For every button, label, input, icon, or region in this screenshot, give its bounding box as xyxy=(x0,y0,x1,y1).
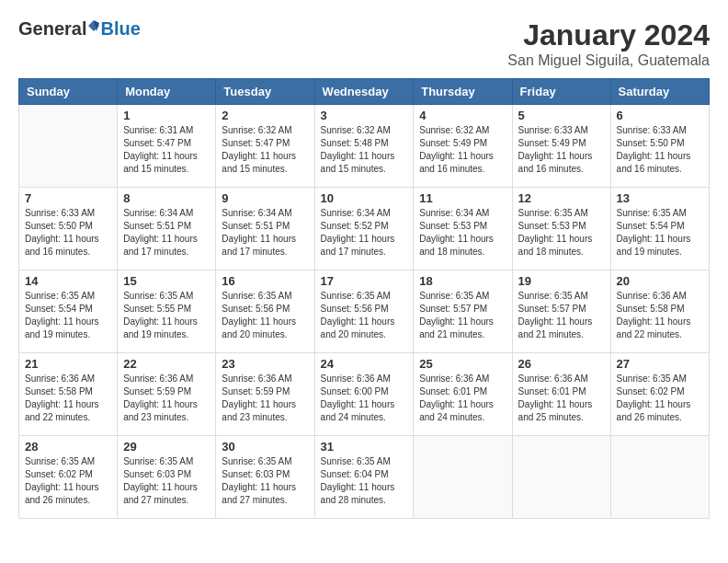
calendar-cell xyxy=(512,436,610,519)
logo-icon xyxy=(87,19,100,32)
day-number: 26 xyxy=(518,357,605,371)
day-info: Sunrise: 6:35 AMSunset: 6:04 PMDaylight:… xyxy=(321,455,408,507)
calendar-cell: 11Sunrise: 6:34 AMSunset: 5:53 PMDayligh… xyxy=(414,188,512,270)
calendar-cell: 15Sunrise: 6:35 AMSunset: 5:55 PMDayligh… xyxy=(118,270,216,353)
day-info: Sunrise: 6:35 AMSunset: 5:57 PMDaylight:… xyxy=(419,290,506,341)
calendar-cell: 22Sunrise: 6:36 AMSunset: 5:59 PMDayligh… xyxy=(118,353,216,436)
calendar-table: SundayMondayTuesdayWednesdayThursdayFrid… xyxy=(18,78,710,519)
calendar-cell: 14Sunrise: 6:35 AMSunset: 5:54 PMDayligh… xyxy=(19,270,118,353)
calendar-cell: 8Sunrise: 6:34 AMSunset: 5:51 PMDaylight… xyxy=(118,188,216,270)
day-number: 16 xyxy=(222,274,308,288)
day-info: Sunrise: 6:32 AMSunset: 5:48 PMDaylight:… xyxy=(321,124,408,176)
calendar-cell: 21Sunrise: 6:36 AMSunset: 5:58 PMDayligh… xyxy=(19,353,118,436)
calendar-cell: 31Sunrise: 6:35 AMSunset: 6:04 PMDayligh… xyxy=(314,436,414,519)
day-number: 28 xyxy=(25,440,111,454)
day-number: 13 xyxy=(617,191,703,205)
calendar-cell: 2Sunrise: 6:32 AMSunset: 5:47 PMDaylight… xyxy=(216,105,314,188)
day-number: 11 xyxy=(419,191,506,205)
calendar-header-row: SundayMondayTuesdayWednesdayThursdayFrid… xyxy=(19,79,710,105)
week-row-2: 7Sunrise: 6:33 AMSunset: 5:50 PMDaylight… xyxy=(19,188,710,270)
day-info: Sunrise: 6:35 AMSunset: 5:56 PMDaylight:… xyxy=(321,290,408,341)
day-info: Sunrise: 6:35 AMSunset: 5:54 PMDaylight:… xyxy=(25,290,111,341)
day-info: Sunrise: 6:35 AMSunset: 5:53 PMDaylight:… xyxy=(518,207,605,259)
day-number: 21 xyxy=(25,357,111,371)
calendar-cell xyxy=(414,436,512,519)
calendar-cell: 19Sunrise: 6:35 AMSunset: 5:57 PMDayligh… xyxy=(512,270,610,353)
day-info: Sunrise: 6:36 AMSunset: 6:01 PMDaylight:… xyxy=(518,373,605,424)
day-info: Sunrise: 6:36 AMSunset: 5:58 PMDaylight:… xyxy=(25,373,111,424)
day-info: Sunrise: 6:36 AMSunset: 5:58 PMDaylight:… xyxy=(617,290,703,341)
day-info: Sunrise: 6:33 AMSunset: 5:50 PMDaylight:… xyxy=(25,207,111,259)
day-info: Sunrise: 6:34 AMSunset: 5:53 PMDaylight:… xyxy=(419,207,506,259)
logo-general-text: General xyxy=(18,18,86,40)
week-row-5: 28Sunrise: 6:35 AMSunset: 6:02 PMDayligh… xyxy=(19,436,710,519)
day-info: Sunrise: 6:35 AMSunset: 6:03 PMDaylight:… xyxy=(123,455,210,507)
column-header-monday: Monday xyxy=(118,79,216,105)
day-number: 9 xyxy=(222,191,308,205)
day-number: 29 xyxy=(123,440,210,454)
calendar-cell: 26Sunrise: 6:36 AMSunset: 6:01 PMDayligh… xyxy=(512,353,610,436)
location-title: San Miguel Siguila, Guatemala xyxy=(507,52,710,69)
calendar-cell: 6Sunrise: 6:33 AMSunset: 5:50 PMDaylight… xyxy=(610,105,709,188)
day-info: Sunrise: 6:33 AMSunset: 5:50 PMDaylight:… xyxy=(617,124,703,176)
calendar-cell: 29Sunrise: 6:35 AMSunset: 6:03 PMDayligh… xyxy=(118,436,216,519)
column-header-thursday: Thursday xyxy=(414,79,512,105)
day-number: 8 xyxy=(123,191,210,205)
day-number: 23 xyxy=(222,357,308,371)
calendar-cell: 4Sunrise: 6:32 AMSunset: 5:49 PMDaylight… xyxy=(414,105,512,188)
day-number: 19 xyxy=(518,274,605,288)
day-info: Sunrise: 6:35 AMSunset: 5:57 PMDaylight:… xyxy=(518,290,605,341)
week-row-4: 21Sunrise: 6:36 AMSunset: 5:58 PMDayligh… xyxy=(19,353,710,436)
day-number: 18 xyxy=(419,274,506,288)
day-info: Sunrise: 6:36 AMSunset: 5:59 PMDaylight:… xyxy=(123,373,210,424)
day-info: Sunrise: 6:34 AMSunset: 5:51 PMDaylight:… xyxy=(123,207,210,259)
day-number: 17 xyxy=(321,274,408,288)
day-info: Sunrise: 6:32 AMSunset: 5:49 PMDaylight:… xyxy=(419,124,506,176)
calendar-cell: 28Sunrise: 6:35 AMSunset: 6:02 PMDayligh… xyxy=(19,436,118,519)
calendar-cell: 27Sunrise: 6:35 AMSunset: 6:02 PMDayligh… xyxy=(610,353,709,436)
logo-blue-text: Blue xyxy=(100,18,140,40)
column-header-tuesday: Tuesday xyxy=(216,79,314,105)
title-section: January 2024 San Miguel Siguila, Guatema… xyxy=(507,18,710,69)
day-info: Sunrise: 6:35 AMSunset: 5:56 PMDaylight:… xyxy=(222,290,308,341)
logo: General Blue xyxy=(18,18,141,40)
day-info: Sunrise: 6:35 AMSunset: 5:55 PMDaylight:… xyxy=(123,290,210,341)
calendar-cell: 25Sunrise: 6:36 AMSunset: 6:01 PMDayligh… xyxy=(414,353,512,436)
day-number: 5 xyxy=(518,109,605,122)
day-number: 12 xyxy=(518,191,605,205)
day-number: 14 xyxy=(25,274,111,288)
column-header-sunday: Sunday xyxy=(19,79,118,105)
day-number: 22 xyxy=(123,357,210,371)
day-info: Sunrise: 6:36 AMSunset: 6:00 PMDaylight:… xyxy=(321,373,408,424)
calendar-cell: 9Sunrise: 6:34 AMSunset: 5:51 PMDaylight… xyxy=(216,188,314,270)
day-info: Sunrise: 6:33 AMSunset: 5:49 PMDaylight:… xyxy=(518,124,605,176)
day-number: 6 xyxy=(617,109,703,122)
day-number: 30 xyxy=(222,440,308,454)
calendar-cell: 5Sunrise: 6:33 AMSunset: 5:49 PMDaylight… xyxy=(512,105,610,188)
day-info: Sunrise: 6:35 AMSunset: 6:03 PMDaylight:… xyxy=(222,455,308,507)
day-info: Sunrise: 6:35 AMSunset: 5:54 PMDaylight:… xyxy=(617,207,703,259)
page-header: General Blue January 2024 San Miguel Sig… xyxy=(18,18,710,69)
column-header-saturday: Saturday xyxy=(610,79,709,105)
day-number: 15 xyxy=(123,274,210,288)
calendar-cell: 10Sunrise: 6:34 AMSunset: 5:52 PMDayligh… xyxy=(314,188,414,270)
day-number: 25 xyxy=(419,357,506,371)
column-header-wednesday: Wednesday xyxy=(314,79,414,105)
day-number: 31 xyxy=(321,440,408,454)
calendar-cell: 12Sunrise: 6:35 AMSunset: 5:53 PMDayligh… xyxy=(512,188,610,270)
day-info: Sunrise: 6:34 AMSunset: 5:52 PMDaylight:… xyxy=(321,207,408,259)
month-title: January 2024 xyxy=(507,18,710,52)
day-number: 7 xyxy=(25,191,111,205)
day-number: 10 xyxy=(321,191,408,205)
calendar-cell: 24Sunrise: 6:36 AMSunset: 6:00 PMDayligh… xyxy=(314,353,414,436)
day-number: 24 xyxy=(321,357,408,371)
week-row-3: 14Sunrise: 6:35 AMSunset: 5:54 PMDayligh… xyxy=(19,270,710,353)
day-info: Sunrise: 6:36 AMSunset: 6:01 PMDaylight:… xyxy=(419,373,506,424)
day-number: 27 xyxy=(617,357,703,371)
day-number: 3 xyxy=(321,109,408,122)
day-info: Sunrise: 6:31 AMSunset: 5:47 PMDaylight:… xyxy=(123,124,210,176)
calendar-cell: 18Sunrise: 6:35 AMSunset: 5:57 PMDayligh… xyxy=(414,270,512,353)
calendar-cell: 7Sunrise: 6:33 AMSunset: 5:50 PMDaylight… xyxy=(19,188,118,270)
day-number: 1 xyxy=(123,109,210,122)
day-info: Sunrise: 6:36 AMSunset: 5:59 PMDaylight:… xyxy=(222,373,308,424)
